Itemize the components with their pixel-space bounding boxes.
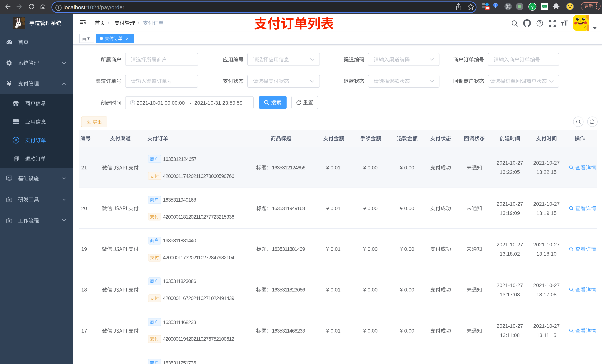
svg-text:10: 10 [485,6,489,10]
svg-text:y: y [531,4,534,9]
svg-text:T: T [561,21,564,26]
svg-text:T: T [564,20,568,27]
